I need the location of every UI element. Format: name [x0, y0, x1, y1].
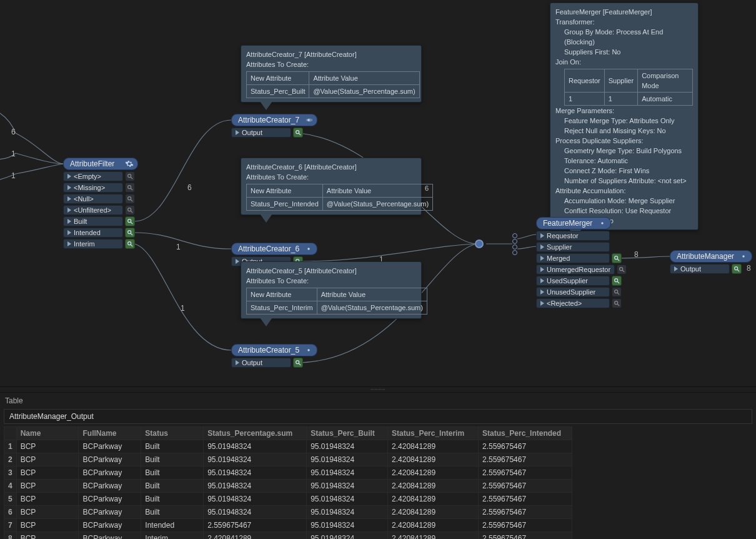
table-cell[interactable]: 2.559675467	[204, 519, 307, 532]
table-cell[interactable]: 95.01948324	[204, 453, 307, 466]
table-cell[interactable]: 3	[4, 466, 17, 480]
table-cell[interactable]: 2.559675467	[479, 466, 572, 480]
inspect-icon[interactable]	[125, 216, 135, 226]
inspect-icon[interactable]	[125, 194, 135, 204]
table-cell[interactable]: 2.559675467	[479, 506, 572, 519]
table-row[interactable]: 3BCPBCParkwayBuilt95.0194832495.01948324…	[4, 466, 572, 480]
table-cell[interactable]: 95.01948324	[204, 440, 307, 453]
table-row[interactable]: 6BCPBCParkwayBuilt95.0194832495.01948324…	[4, 506, 572, 519]
table-cell[interactable]: 2.420841289	[388, 440, 479, 453]
table-cell[interactable]: BCP	[16, 453, 79, 466]
inspect-icon[interactable]	[293, 128, 303, 138]
table-cell[interactable]: BCP	[16, 466, 79, 480]
table-row[interactable]: 7BCPBCParkwayIntended2.55967546795.01948…	[4, 519, 572, 532]
table-cell[interactable]: 95.01948324	[307, 493, 388, 506]
data-table[interactable]: NameFullNameStatusStatus_Percentage.sumS…	[4, 426, 572, 539]
table-cell[interactable]: 95.01948324	[307, 466, 388, 480]
table-cell[interactable]: 95.01948324	[204, 480, 307, 493]
table-cell[interactable]: BCP	[16, 506, 79, 519]
table-cell[interactable]: BCParkway	[79, 493, 141, 506]
table-cell[interactable]: 95.01948324	[204, 506, 307, 519]
node-featuremerger[interactable]: FeatureMerger RequestorSupplier MergedUn…	[536, 217, 627, 308]
node-title[interactable]: AttributeCreator_7	[231, 114, 317, 126]
table-row[interactable]: 4BCPBCParkwayBuilt95.0194832495.01948324…	[4, 480, 572, 493]
column-header[interactable]: FullName	[79, 427, 141, 440]
port-output[interactable]: UnusedSupplier	[536, 287, 610, 297]
table-row[interactable]: 5BCPBCParkwayBuilt95.0194832495.01948324…	[4, 493, 572, 506]
table-cell[interactable]: 95.01948324	[204, 493, 307, 506]
table-cell[interactable]: 5	[4, 493, 17, 506]
port-output[interactable]: UnmergedRequestor	[536, 264, 615, 275]
table-cell[interactable]: 2.420841289	[388, 453, 479, 466]
port-output[interactable]: Output	[670, 264, 730, 274]
table-cell[interactable]: BCP	[16, 480, 79, 493]
port-output[interactable]: <Unfiltered>	[63, 205, 123, 215]
node-attributecreator7[interactable]: AttributeCreator_7 Output	[231, 114, 317, 138]
table-cell[interactable]: BCParkway	[79, 480, 141, 493]
junction-dot[interactable]	[475, 239, 484, 248]
inspect-icon[interactable]	[612, 287, 622, 297]
inspect-icon[interactable]	[125, 239, 135, 249]
table-cell[interactable]: 2.420841289	[388, 532, 479, 540]
table-cell[interactable]: BCParkway	[79, 532, 141, 540]
table-cell[interactable]: Built	[141, 506, 204, 519]
table-cell[interactable]: 2.559675467	[479, 493, 572, 506]
inspect-icon[interactable]	[732, 264, 742, 274]
table-row[interactable]: 8BCPBCParkwayInterim2.42084128995.019483…	[4, 532, 572, 540]
table-cell[interactable]: Built	[141, 440, 204, 453]
gear-icon[interactable]	[598, 219, 607, 228]
table-cell[interactable]: 95.01948324	[307, 440, 388, 453]
table-cell[interactable]: BCP	[16, 493, 79, 506]
junction-cluster[interactable]	[512, 233, 517, 255]
node-title[interactable]: FeatureMerger	[536, 217, 611, 229]
inspect-icon[interactable]	[617, 264, 627, 275]
table-cell[interactable]: 2.420841289	[388, 480, 479, 493]
node-title[interactable]: AttributeCreator_6	[231, 243, 317, 255]
port-output[interactable]: <Rejected>	[536, 298, 610, 308]
table-cell[interactable]: 2.559675467	[479, 519, 572, 532]
column-header[interactable]: Status_Percentage.sum	[204, 427, 307, 440]
column-header[interactable]: Status	[141, 427, 204, 440]
table-cell[interactable]: BCP	[16, 519, 79, 532]
table-cell[interactable]: BCParkway	[79, 506, 141, 519]
node-attributecreator5[interactable]: AttributeCreator_5 Output	[231, 344, 317, 368]
port-output[interactable]: Intended	[63, 228, 123, 238]
column-header[interactable]: Status_Perc_Built	[307, 427, 388, 440]
node-title[interactable]: AttributeFilter	[63, 158, 138, 170]
table-cell[interactable]: 95.01948324	[307, 453, 388, 466]
table-cell[interactable]: 2.559675467	[479, 532, 572, 540]
table-cell[interactable]: 95.01948324	[307, 480, 388, 493]
table-cell[interactable]: 95.01948324	[307, 519, 388, 532]
port-output[interactable]: <Empty>	[63, 171, 123, 181]
port-output[interactable]: Output	[231, 128, 291, 138]
inspect-icon[interactable]	[612, 276, 622, 286]
table-cell[interactable]: Built	[141, 480, 204, 493]
node-title[interactable]: AttributeManager	[670, 250, 752, 263]
column-header[interactable]	[4, 427, 17, 440]
workspace-canvas[interactable]: 6 1 1 6 1 1 1 8 8 8 AttributeFilter <Emp…	[0, 0, 756, 386]
port-output[interactable]: Merged	[536, 253, 610, 263]
column-header[interactable]: Status_Perc_Intended	[479, 427, 572, 440]
table-cell[interactable]: Built	[141, 453, 204, 466]
table-cell[interactable]: 4	[4, 480, 17, 493]
gear-icon[interactable]	[125, 159, 134, 168]
port-output[interactable]: UsedSupplier	[536, 276, 610, 286]
table-cell[interactable]: 2	[4, 453, 17, 466]
table-cell[interactable]: Built	[141, 466, 204, 480]
table-cell[interactable]: 2.559675467	[479, 440, 572, 453]
inspect-icon[interactable]	[293, 358, 303, 368]
table-cell[interactable]: Intended	[141, 519, 204, 532]
node-attributefilter[interactable]: AttributeFilter <Empty><Missing><Null><U…	[63, 158, 138, 249]
inspect-icon[interactable]	[125, 228, 135, 238]
table-cell[interactable]: 95.01948324	[307, 532, 388, 540]
port-output[interactable]: <Null>	[63, 194, 123, 204]
table-cell[interactable]: 7	[4, 519, 17, 532]
result-name[interactable]: AttributeManager_Output	[4, 409, 752, 424]
table-cell[interactable]: BCParkway	[79, 519, 141, 532]
table-cell[interactable]: Interim	[141, 532, 204, 540]
table-cell[interactable]: BCParkway	[79, 440, 141, 453]
inspect-icon[interactable]	[612, 298, 622, 308]
port-output[interactable]: Output	[231, 358, 291, 368]
port-output[interactable]: Interim	[63, 239, 123, 249]
table-cell[interactable]: BCParkway	[79, 453, 141, 466]
